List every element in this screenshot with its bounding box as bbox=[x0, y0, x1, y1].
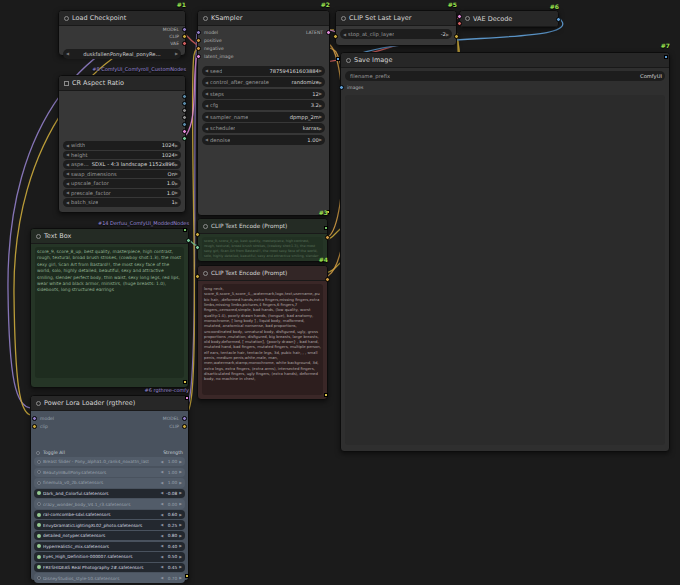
strength-decrement-icon[interactable]: ◀ bbox=[160, 481, 163, 485]
decrement-arrow-icon[interactable]: ◀ bbox=[66, 143, 69, 148]
output-slot-icon[interactable] bbox=[325, 235, 330, 240]
lora-toggle[interactable] bbox=[37, 544, 41, 548]
widget-row[interactable]: ◀ seed 787594161603884 ▶ bbox=[202, 66, 325, 76]
lora-toggle[interactable] bbox=[37, 481, 41, 485]
decrement-arrow-icon[interactable]: ◀ bbox=[66, 181, 69, 186]
node-text-box[interactable]: Text Box score_9, score_8_up, best quali… bbox=[30, 228, 189, 388]
increment-arrow-icon[interactable]: ▶ bbox=[319, 80, 322, 85]
strength-increment-icon[interactable]: ▶ bbox=[179, 491, 182, 495]
widget-row[interactable]: ◀ scheduler karras ▶ bbox=[202, 123, 325, 133]
lora-toggle[interactable] bbox=[37, 534, 41, 538]
input-slot-icon[interactable] bbox=[32, 424, 37, 429]
lora-row[interactable]: Breast Slider - Pony_alpha1.0_rank4_noxa… bbox=[34, 457, 185, 466]
prompt-textarea[interactable]: long neck, score_6,score_5,score_4,,,wat… bbox=[202, 284, 323, 395]
output-slot-icon[interactable] bbox=[186, 238, 191, 243]
increment-arrow-icon[interactable]: ▶ bbox=[175, 200, 178, 205]
input-slot[interactable]: images bbox=[341, 83, 669, 91]
output-slot[interactable]: CLIP bbox=[59, 33, 185, 40]
increment-arrow-icon[interactable]: ▶ bbox=[319, 68, 322, 73]
lora-row[interactable]: detailed_notyper.safetensors ◀ 0.80 ▶ bbox=[34, 531, 185, 540]
toggle-all-switch[interactable] bbox=[36, 451, 40, 455]
output-slot-icon[interactable] bbox=[454, 34, 459, 39]
node-header[interactable]: Power Lora Loader (rgthree) bbox=[31, 396, 188, 411]
increment-arrow-icon[interactable]: ▶ bbox=[175, 162, 178, 167]
input-slot-icon[interactable] bbox=[196, 54, 201, 59]
collapse-icon[interactable] bbox=[203, 224, 208, 229]
prompt-textarea[interactable]: score_9, score_8_up, best quality, maste… bbox=[35, 247, 184, 378]
increment-arrow-icon[interactable]: ▶ bbox=[319, 137, 322, 142]
widget-row[interactable]: ◀ cfg 3.2 ▶ bbox=[202, 100, 325, 110]
node-power-lora-loader[interactable]: Power Lora Loader (rgthree) model clip bbox=[30, 395, 189, 581]
widget-row[interactable]: ◀ denoise 1.00 ▶ bbox=[202, 135, 325, 145]
input-slot-icon[interactable] bbox=[32, 416, 37, 421]
node-header[interactable]: CLIP Set Last Layer bbox=[336, 11, 456, 26]
strength-decrement-icon[interactable]: ◀ bbox=[160, 460, 163, 464]
input-slot[interactable]: clip bbox=[34, 422, 94, 430]
output-slot[interactable]: CLIP bbox=[125, 422, 185, 430]
node-clip-set-last-layer[interactable]: CLIP Set Last Layer ◀ stop_at_clip_layer… bbox=[335, 10, 457, 46]
decrement-arrow-icon[interactable]: ◀ bbox=[205, 137, 208, 142]
strength-decrement-icon[interactable]: ◀ bbox=[160, 470, 163, 474]
output-slot-icon[interactable] bbox=[182, 41, 187, 46]
strength-decrement-icon[interactable]: ◀ bbox=[160, 523, 163, 527]
input-slot-icon[interactable] bbox=[457, 14, 462, 19]
collapse-icon[interactable] bbox=[465, 16, 470, 21]
increment-arrow-icon[interactable]: ▶ bbox=[319, 91, 322, 96]
ckpt-name-combo[interactable]: ◀ duskfallenPonyReal_ponyRe… ▶ bbox=[63, 49, 181, 59]
lora-row[interactable]: BeautyInBullPony.safetensors ◀ 1.00 ▶ bbox=[34, 468, 185, 477]
decrement-arrow-icon[interactable]: ◀ bbox=[66, 171, 69, 176]
input-slot[interactable]: latent_image bbox=[198, 52, 329, 60]
decrement-arrow-icon[interactable]: ◀ bbox=[66, 152, 69, 157]
input-slot[interactable]: model bbox=[34, 414, 94, 422]
lora-row[interactable]: DisneyStudios_style-10.safetensors ◀ 0.7… bbox=[34, 573, 185, 582]
lora-toggle[interactable] bbox=[37, 491, 41, 495]
lora-toggle[interactable] bbox=[37, 555, 41, 559]
collapse-icon[interactable] bbox=[36, 234, 41, 239]
decrement-arrow-icon[interactable]: ◀ bbox=[205, 114, 208, 119]
output-slot[interactable]: VAE bbox=[59, 40, 185, 47]
output-slot-icon[interactable] bbox=[556, 17, 561, 22]
node-header[interactable]: CLIP Text Encode (Prompt) bbox=[198, 266, 327, 281]
decrement-arrow-icon[interactable]: ◀ bbox=[343, 32, 346, 37]
decrement-arrow-icon[interactable]: ◀ bbox=[66, 190, 69, 195]
widget-row[interactable]: ◀ width 1024 ▶ bbox=[63, 141, 181, 150]
toggle-all-row[interactable]: Toggle All Strength bbox=[34, 448, 185, 457]
node-vae-decode[interactable]: VAE Decode bbox=[459, 10, 559, 28]
input-slot-icon[interactable] bbox=[333, 34, 338, 39]
collapse-icon[interactable] bbox=[203, 16, 208, 21]
lora-row[interactable]: EnvyDramaticLightingXL02_photo.safetenso… bbox=[34, 520, 185, 529]
lora-toggle[interactable] bbox=[37, 513, 41, 517]
filename-prefix-widget[interactable]: filename_prefix ComfyUI bbox=[345, 71, 665, 81]
strength-decrement-icon[interactable]: ◀ bbox=[160, 513, 163, 517]
widget-row[interactable]: ◀ steps 12 ▶ bbox=[202, 89, 325, 99]
collapse-icon[interactable] bbox=[341, 16, 346, 21]
increment-arrow-icon[interactable]: ▶ bbox=[175, 143, 178, 148]
collapse-icon[interactable] bbox=[36, 401, 41, 406]
output-slot-icon[interactable] bbox=[182, 101, 187, 106]
node-cr-aspect-ratio[interactable]: CR Aspect Ratio ◀ width 1024 ▶ bbox=[58, 75, 186, 213]
increment-arrow-icon[interactable]: ▶ bbox=[175, 152, 178, 157]
output-slot-icon[interactable] bbox=[182, 94, 187, 99]
node-header[interactable]: Text Box bbox=[31, 229, 188, 244]
output-slot-icon[interactable] bbox=[325, 277, 330, 282]
widget-row[interactable]: ◀ upscale_factor 1.0 ▶ bbox=[63, 179, 181, 188]
node-header[interactable]: Load Checkpoint bbox=[59, 11, 185, 26]
strength-increment-icon[interactable]: ▶ bbox=[179, 513, 182, 517]
increment-arrow-icon[interactable]: ▶ bbox=[175, 181, 178, 186]
collapse-icon[interactable] bbox=[64, 81, 69, 86]
output-slot[interactable]: LATENT bbox=[279, 28, 329, 36]
input-slot[interactable]: positive bbox=[198, 36, 329, 44]
lora-toggle[interactable] bbox=[37, 565, 41, 569]
lora-row[interactable]: crazy_wonder_body_V4.1_r3.safetensors ◀ … bbox=[34, 499, 185, 508]
node-header[interactable]: KSampler bbox=[198, 11, 329, 26]
widget-row[interactable]: ◀ batch_size 1 ▶ bbox=[63, 198, 181, 207]
strength-decrement-icon[interactable]: ◀ bbox=[160, 565, 163, 569]
input-slot-icon[interactable] bbox=[339, 85, 344, 90]
combo-right-arrow-icon[interactable]: ▶ bbox=[175, 51, 178, 56]
node-header[interactable]: CR Aspect Ratio bbox=[59, 76, 185, 91]
strength-decrement-icon[interactable]: ◀ bbox=[160, 555, 163, 559]
decrement-arrow-icon[interactable]: ◀ bbox=[205, 80, 208, 85]
lora-toggle[interactable] bbox=[37, 576, 41, 580]
widget-row[interactable]: ◀ prescale_factor 1.0 ▶ bbox=[63, 189, 181, 198]
strength-increment-icon[interactable]: ▶ bbox=[179, 523, 182, 527]
